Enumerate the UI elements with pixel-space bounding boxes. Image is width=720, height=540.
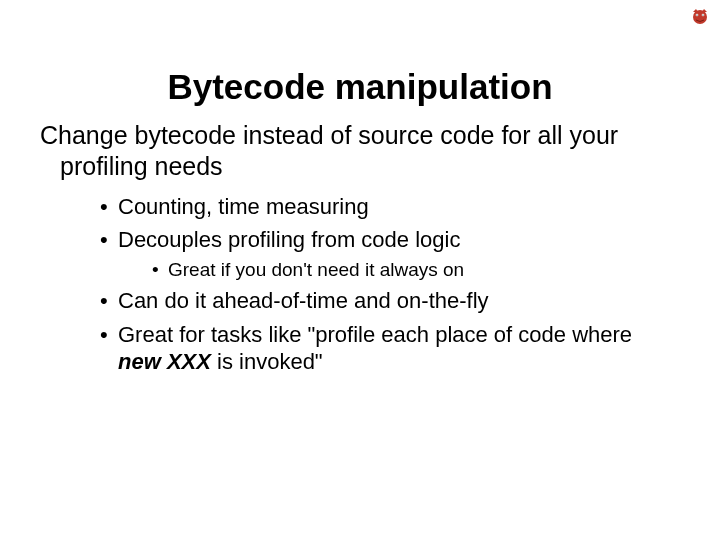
list-item: Counting, time measuring bbox=[100, 193, 680, 221]
svg-point-3 bbox=[696, 14, 697, 15]
list-item-text-post: is invoked" bbox=[211, 349, 323, 374]
sub-bullet-list: Great if you don't need it always on bbox=[118, 258, 680, 282]
list-item-text-pre: Great for tasks like "profile each place… bbox=[118, 322, 632, 347]
bullet-list: Counting, time measuring Decouples profi… bbox=[40, 193, 680, 376]
list-item-text: Decouples profiling from code logic bbox=[118, 227, 460, 252]
svg-point-4 bbox=[702, 14, 703, 15]
list-item: Great if you don't need it always on bbox=[152, 258, 680, 282]
slide: Bytecode manipulation Change bytecode in… bbox=[0, 0, 720, 540]
intro-text: Change bytecode instead of source code f… bbox=[60, 120, 680, 183]
slide-title: Bytecode manipulation bbox=[0, 67, 720, 107]
list-item: Can do it ahead-of-time and on-the-fly bbox=[100, 287, 680, 315]
slide-body: Change bytecode instead of source code f… bbox=[40, 120, 680, 382]
list-item: Decouples profiling from code logic Grea… bbox=[100, 226, 680, 281]
mascot-logo-icon bbox=[690, 6, 710, 26]
list-item-emphasis: new XXX bbox=[118, 349, 211, 374]
list-item: Great for tasks like "profile each place… bbox=[100, 321, 680, 376]
